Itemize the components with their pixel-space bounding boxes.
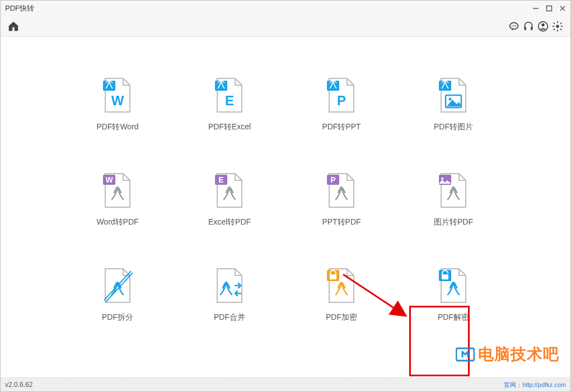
- pdf-merge-icon: [210, 267, 249, 305]
- home-icon: [7, 20, 20, 32]
- svg-rect-14: [557, 30, 558, 31]
- tile-image-to-pdf[interactable]: 图片转PDF: [397, 171, 509, 267]
- svg-point-30: [449, 98, 452, 101]
- maximize-button[interactable]: [546, 5, 553, 12]
- home-button[interactable]: [6, 19, 21, 34]
- tool-grid: W PDF转Word E PDF转Excel: [1, 37, 570, 362]
- svg-rect-43: [442, 274, 448, 279]
- svg-rect-18: [560, 29, 562, 31]
- svg-rect-1: [547, 6, 552, 11]
- svg-rect-17: [553, 22, 555, 25]
- svg-point-12: [556, 25, 559, 27]
- svg-point-6: [513, 25, 514, 26]
- tile-label: PDF转Excel: [208, 122, 251, 132]
- ppt-to-pdf-icon: P: [322, 171, 361, 209]
- word-to-pdf-icon: W: [99, 171, 137, 209]
- svg-text:W: W: [105, 175, 113, 184]
- svg-rect-16: [561, 26, 563, 27]
- minimize-button[interactable]: [532, 5, 539, 12]
- tile-label: PDF合并: [214, 312, 245, 323]
- tile-label: PDF拆分: [102, 312, 133, 323]
- tile-ppt-to-pdf[interactable]: P PPT转PDF: [286, 171, 397, 267]
- svg-rect-20: [553, 29, 555, 31]
- tile-label: Excel转PDF: [208, 217, 251, 227]
- close-button[interactable]: [559, 5, 566, 12]
- tile-label: PDF转PPT: [322, 122, 361, 132]
- svg-rect-8: [525, 27, 526, 30]
- app-title: PDF快转: [5, 3, 532, 13]
- tile-label: 图片转PDF: [434, 217, 473, 227]
- tile-label: PDF解密: [438, 312, 469, 323]
- svg-point-7: [515, 25, 516, 26]
- svg-rect-9: [531, 27, 532, 30]
- official-site-link[interactable]: 官网：http://pdfkz.com: [504, 381, 566, 389]
- tile-pdf-decrypt[interactable]: PDF解密: [397, 267, 509, 362]
- tile-label: PDF转图片: [434, 122, 473, 132]
- version-label: v2.0.6.62: [5, 381, 32, 389]
- window-controls: [532, 5, 566, 12]
- svg-rect-41: [330, 274, 336, 279]
- headset-icon: [523, 21, 534, 32]
- svg-rect-15: [553, 26, 554, 27]
- pdf-encrypt-icon: [322, 267, 361, 305]
- svg-text:P: P: [330, 175, 335, 184]
- tile-pdf-merge[interactable]: PDF合并: [174, 267, 286, 362]
- svg-text:W: W: [111, 93, 124, 108]
- pdf-to-image-icon: [434, 76, 472, 114]
- titlebar: PDF快转: [1, 1, 570, 16]
- tile-label: Word转PDF: [96, 217, 138, 227]
- support-button[interactable]: [521, 19, 536, 34]
- tile-label: PDF加密: [326, 312, 357, 323]
- tile-pdf-to-ppt[interactable]: P PDF转PPT: [286, 76, 397, 171]
- pdf-decrypt-icon: [434, 267, 472, 305]
- statusbar: v2.0.6.62 官网：http://pdfkz.com: [1, 378, 570, 391]
- tile-label: PDF转Word: [96, 122, 138, 132]
- account-button[interactable]: [536, 19, 550, 34]
- toolbar: [1, 16, 570, 36]
- excel-to-pdf-icon: E: [210, 171, 249, 209]
- content-area: W PDF转Word E PDF转Excel: [1, 36, 570, 378]
- tile-pdf-to-excel[interactable]: E PDF转Excel: [174, 76, 286, 171]
- tile-pdf-split[interactable]: PDF拆分: [62, 267, 174, 362]
- pdf-to-excel-icon: E: [210, 76, 249, 114]
- pdf-split-icon: [99, 267, 137, 305]
- user-icon: [537, 21, 549, 32]
- svg-rect-19: [560, 22, 562, 25]
- svg-text:P: P: [337, 93, 346, 108]
- tile-word-to-pdf[interactable]: W Word转PDF: [62, 171, 174, 267]
- image-to-pdf-icon: [434, 171, 472, 209]
- chat-icon: [508, 21, 519, 32]
- tile-label: PPT转PDF: [322, 217, 361, 227]
- settings-button[interactable]: [550, 19, 565, 34]
- tile-pdf-to-image[interactable]: PDF转图片: [397, 76, 509, 171]
- tile-excel-to-pdf[interactable]: E Excel转PDF: [174, 171, 286, 267]
- pdf-to-ppt-icon: P: [322, 76, 361, 114]
- chat-button[interactable]: [507, 19, 521, 34]
- gear-icon: [552, 21, 563, 32]
- svg-point-11: [541, 24, 544, 26]
- app-window: PDF快转: [0, 0, 571, 392]
- pdf-to-word-icon: W: [99, 76, 137, 114]
- svg-point-5: [512, 25, 513, 26]
- svg-text:E: E: [225, 93, 234, 108]
- svg-rect-13: [557, 21, 558, 23]
- tile-pdf-to-word[interactable]: W PDF转Word: [62, 76, 174, 171]
- svg-text:E: E: [218, 175, 223, 184]
- tile-pdf-encrypt[interactable]: PDF加密: [286, 267, 397, 362]
